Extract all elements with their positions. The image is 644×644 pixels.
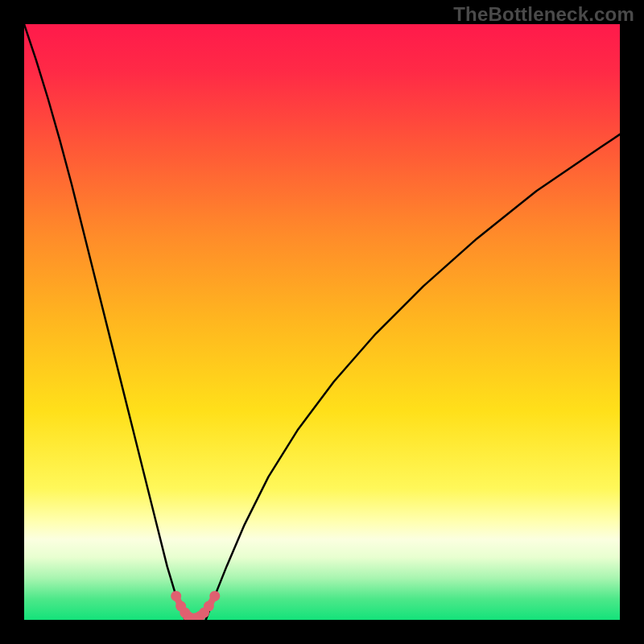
series-valley-marker-point (209, 591, 220, 601)
watermark-text: TheBottleneck.com (453, 3, 634, 26)
chart-svg (24, 24, 620, 620)
series-valley-marker-point (204, 601, 214, 611)
plot-area (24, 24, 620, 620)
gradient-background (24, 24, 620, 620)
chart-frame: TheBottleneck.com (0, 0, 644, 644)
series-valley-marker-point (171, 591, 181, 601)
